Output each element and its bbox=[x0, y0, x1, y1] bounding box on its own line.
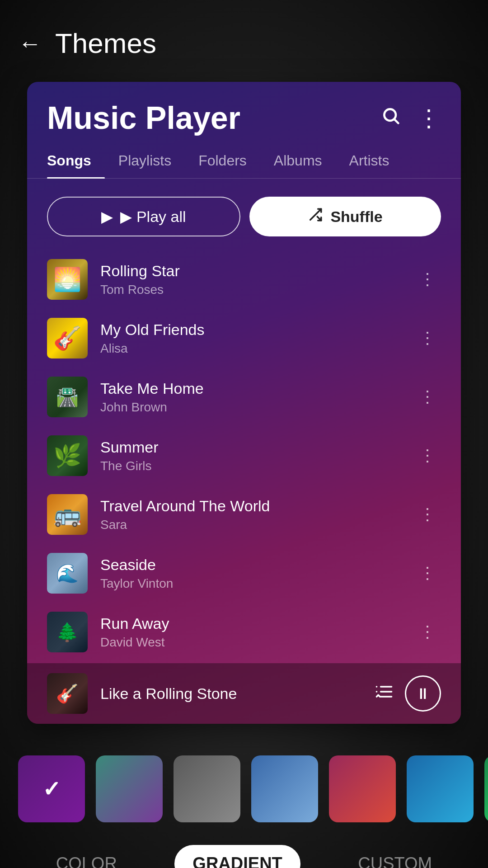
song-thumbnail: 🛣️ bbox=[47, 377, 88, 417]
song-more-icon[interactable]: ⋮ bbox=[415, 443, 441, 468]
swatch-3[interactable] bbox=[174, 755, 240, 822]
tab-gradient[interactable]: GRADIENT bbox=[174, 845, 300, 868]
play-all-label: ▶ Play all bbox=[120, 208, 186, 226]
page-title: Themes bbox=[55, 27, 156, 59]
song-info: Rolling Star Tom Roses bbox=[100, 262, 402, 297]
song-artist: John Brown bbox=[100, 400, 402, 415]
song-artist: Sara bbox=[100, 518, 402, 532]
song-thumbnail: 🚌 bbox=[47, 494, 88, 535]
song-artist: David West bbox=[100, 635, 402, 650]
action-buttons: ▶ ▶ Play all Shuffle bbox=[27, 192, 461, 250]
swatch-6[interactable] bbox=[407, 755, 474, 822]
song-title: Run Away bbox=[100, 615, 402, 632]
list-item[interactable]: 🌅 Rolling Star Tom Roses ⋮ bbox=[27, 250, 461, 309]
tab-bar: Songs Playlists Folders Albums Artists bbox=[27, 145, 461, 179]
svg-line-1 bbox=[395, 120, 399, 123]
song-title: Rolling Star bbox=[100, 262, 402, 280]
list-item[interactable]: 🌲 Run Away David West ⋮ bbox=[27, 603, 461, 661]
shuffle-icon bbox=[308, 207, 323, 226]
song-title: My Old Friends bbox=[100, 321, 402, 339]
now-playing-thumbnail: 🎸 bbox=[47, 673, 88, 714]
song-title: Seaside bbox=[100, 556, 402, 574]
song-artist: Taylor Vinton bbox=[100, 576, 402, 591]
player-card: Music Player ⋮ Songs Playlists Folders A… bbox=[27, 82, 461, 724]
back-button[interactable]: ← bbox=[18, 32, 42, 55]
song-more-icon[interactable]: ⋮ bbox=[415, 267, 441, 292]
swatch-2[interactable] bbox=[96, 755, 163, 822]
song-more-icon[interactable]: ⋮ bbox=[415, 384, 441, 410]
tab-songs[interactable]: Songs bbox=[47, 145, 105, 178]
list-item[interactable]: 🌿 Summer The Girls ⋮ bbox=[27, 426, 461, 485]
swatch-1[interactable] bbox=[18, 755, 85, 822]
song-more-icon[interactable]: ⋮ bbox=[415, 502, 441, 527]
now-playing-bar[interactable]: 🎸 Like a Rolling Stone ⏸ bbox=[27, 663, 461, 724]
queue-icon[interactable] bbox=[374, 682, 394, 706]
song-artist: Alisa bbox=[100, 341, 402, 356]
song-thumbnail: 🌊 bbox=[47, 553, 88, 594]
song-list: 🌅 Rolling Star Tom Roses ⋮ 🎸 My Old Frie… bbox=[27, 250, 461, 661]
swatch-4[interactable] bbox=[251, 755, 318, 822]
play-all-button[interactable]: ▶ ▶ Play all bbox=[47, 197, 240, 236]
pause-button[interactable]: ⏸ bbox=[405, 675, 441, 712]
now-playing-controls: ⏸ bbox=[374, 675, 441, 712]
shuffle-label: Shuffle bbox=[330, 208, 382, 226]
song-more-icon[interactable]: ⋮ bbox=[415, 619, 441, 645]
song-artist: Tom Roses bbox=[100, 283, 402, 297]
list-item[interactable]: 🌊 Seaside Taylor Vinton ⋮ bbox=[27, 544, 461, 603]
song-more-icon[interactable]: ⋮ bbox=[415, 326, 441, 351]
song-info: Take Me Home John Brown bbox=[100, 380, 402, 415]
now-playing-title: Like a Rolling Stone bbox=[100, 685, 361, 703]
song-info: Seaside Taylor Vinton bbox=[100, 556, 402, 591]
song-info: Travel Around The World Sara bbox=[100, 497, 402, 532]
search-icon[interactable] bbox=[381, 106, 401, 130]
song-thumbnail: 🌿 bbox=[47, 435, 88, 476]
bottom-tab-bar: COLOR GRADIENT CUSTOM bbox=[0, 836, 488, 868]
song-info: Summer The Girls bbox=[100, 439, 402, 473]
list-item[interactable]: 🚌 Travel Around The World Sara ⋮ bbox=[27, 485, 461, 544]
app-title: Music Player bbox=[47, 100, 240, 136]
tab-albums[interactable]: Albums bbox=[260, 145, 336, 178]
song-title: Summer bbox=[100, 439, 402, 456]
tab-custom[interactable]: CUSTOM bbox=[340, 845, 450, 868]
song-thumbnail: 🌲 bbox=[47, 612, 88, 652]
song-title: Travel Around The World bbox=[100, 497, 402, 515]
song-thumbnail: 🎸 bbox=[47, 318, 88, 359]
song-more-icon[interactable]: ⋮ bbox=[415, 561, 441, 586]
tab-folders[interactable]: Folders bbox=[185, 145, 260, 178]
song-thumbnail: 🌅 bbox=[47, 259, 88, 300]
shuffle-button[interactable]: Shuffle bbox=[249, 197, 441, 236]
play-icon: ▶ bbox=[101, 208, 113, 226]
song-artist: The Girls bbox=[100, 459, 402, 473]
tab-artists[interactable]: Artists bbox=[336, 145, 403, 178]
card-header: Music Player ⋮ bbox=[27, 82, 461, 145]
tab-color[interactable]: COLOR bbox=[38, 845, 135, 868]
list-item[interactable]: 🛣️ Take Me Home John Brown ⋮ bbox=[27, 368, 461, 426]
tab-playlists[interactable]: Playlists bbox=[105, 145, 185, 178]
list-item[interactable]: 🎸 My Old Friends Alisa ⋮ bbox=[27, 309, 461, 368]
song-info: Run Away David West bbox=[100, 615, 402, 650]
swatch-5[interactable] bbox=[329, 755, 396, 822]
pause-icon: ⏸ bbox=[415, 686, 431, 701]
song-info: My Old Friends Alisa bbox=[100, 321, 402, 356]
theme-swatches bbox=[0, 733, 488, 836]
song-title: Take Me Home bbox=[100, 380, 402, 397]
header: ← Themes bbox=[0, 0, 488, 73]
header-icons: ⋮ bbox=[381, 104, 441, 132]
swatch-7[interactable] bbox=[484, 755, 488, 822]
more-vert-icon[interactable]: ⋮ bbox=[417, 104, 441, 132]
